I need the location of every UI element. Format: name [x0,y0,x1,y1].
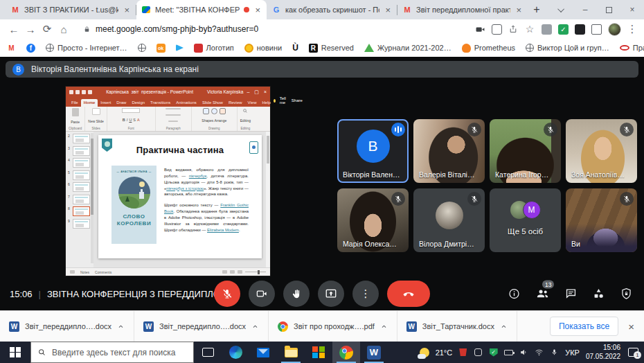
tab-gmail-report[interactable]: M ЗВІТ З ПРАКТИКИ - t.us@kubg.u × [6,0,136,19]
camera-in-use-icon[interactable] [475,24,485,35]
participant-tile-valeriia[interactable]: Валерія Віталі… [413,119,485,183]
ppt-group-editing: Editing Editing [238,107,253,131]
sidebar-icon[interactable] [591,24,602,35]
home-icon[interactable]: ⌂ [55,21,72,37]
tab-gmail-practice[interactable]: M Звіт переддипломної практики × [397,0,528,19]
download-menu-icon[interactable] [251,323,259,330]
ppt-status-bar: Notes Comments [66,267,270,276]
taskbar-edge[interactable] [222,342,249,363]
taskbar-explorer[interactable] [277,342,305,363]
ppt-slide-canvas: Практична частина АНАСТАСІЯ ІЛЬЇНА СЛОВО… [93,132,270,267]
extension-icon[interactable] [542,24,552,35]
profile-avatar[interactable] [608,23,621,36]
taskbar-clock[interactable]: 15:06 07.05.2022 [586,344,620,361]
dark-extension-icon[interactable] [575,24,585,35]
participant-tile-mariia[interactable]: Марія Олекса… [337,188,409,252]
sync-app-icon[interactable] [474,348,483,357]
download-menu-icon[interactable] [500,323,508,330]
bookmark-prosto[interactable]: Просто - Інтернет… [46,44,127,52]
camera-toggle-button[interactable] [249,281,275,307]
download-menu-icon[interactable] [117,323,125,330]
participant-tile-self[interactable]: Ви [566,188,637,252]
participants-button[interactable]: 13 [535,287,550,301]
new-tab-button[interactable]: + [528,1,546,19]
address-bar[interactable]: meet.google.com/smg-phjb-byb?authuser=0 [76,21,471,37]
gmail-favicon: M [10,5,20,15]
bookmark-label: Православные зна… [633,44,644,52]
end-call-button[interactable] [387,281,430,307]
close-button[interactable]: × [620,0,644,19]
raise-hand-button[interactable] [283,281,310,307]
close-downloads-icon[interactable]: × [628,321,634,333]
meeting-details-button[interactable] [508,287,521,301]
battery-icon[interactable] [504,348,513,357]
notification-center-icon[interactable]: 1 [628,348,638,357]
present-screen-button[interactable] [318,281,344,307]
forward-icon[interactable]: → [22,21,39,37]
weather-icon[interactable] [420,348,429,357]
start-button[interactable] [0,342,30,363]
antivirus-icon[interactable] [458,348,467,357]
bookmark-news[interactable]: новини [244,44,282,53]
taskbar-word[interactable]: W [360,342,388,363]
tab-close-icon[interactable]: × [384,5,392,15]
chat-button[interactable] [564,287,578,301]
tab-google-search[interactable]: G как обрезать скриншот - Пошу… × [267,0,397,19]
volume-icon[interactable] [519,348,528,357]
bookmark-orthodox[interactable]: Православные зна… [620,44,644,52]
bookmark-prometheus[interactable]: Prometheus [462,44,515,53]
bookmark-u[interactable]: Ù [292,43,298,53]
host-controls-button[interactable] [620,287,633,301]
task-view-button[interactable] [194,342,222,363]
maximize-button[interactable] [597,0,620,19]
weather-temp[interactable]: 21°C [436,348,453,357]
download-item[interactable]: W Звіт_переддипло….docx [134,311,269,342]
download-menu-icon[interactable] [380,323,388,330]
participant-tile-zoia[interactable]: Зоя Анатоліїв… [566,119,637,183]
bookmark-telegram[interactable] [176,44,184,51]
mic-toggle-button[interactable] [214,281,240,307]
back-icon[interactable]: ← [6,21,22,37]
reload-icon[interactable]: ⟳ [39,21,55,37]
taskbar-chrome[interactable] [332,342,360,363]
tab-search-icon[interactable] [550,0,573,19]
download-item[interactable]: W Звіт_Тартачник.docx [397,311,517,342]
ppt-window-title: Карпінська_звіт_презентація - PowerPoint [96,89,204,94]
bookmark-star-icon[interactable]: ☆ [524,21,535,37]
microphone-icon[interactable] [550,348,559,357]
bookmark-label: Reserved [321,44,354,52]
download-item[interactable]: W Звіт_переддипло….docx [0,311,134,342]
translate-icon[interactable] [492,24,502,35]
bookmark-logotype[interactable]: Логотип [194,44,234,53]
bookmark-reserved[interactable]: RReserved [309,44,354,53]
activities-button[interactable] [592,287,605,301]
taskbar-mail[interactable] [249,342,277,363]
bookmark-journals[interactable]: Журнали 2021-202… [364,44,451,52]
adguard-extension-icon[interactable]: ✓ [558,24,569,35]
tab-close-icon[interactable]: × [515,5,523,15]
tab-close-icon[interactable]: × [123,5,131,15]
tab-meet-active[interactable]: Meet: "ЗВІТНА КОНФЕРЕНЦ… × [136,0,267,19]
defender-icon[interactable]: ✓ [489,348,498,357]
browser-menu-icon[interactable]: ⋮ [627,21,637,37]
more-options-button[interactable]: ⋮ [352,281,379,307]
overflow-tile-more-people[interactable]: М Ще 5 осіб [490,188,561,252]
participant-tile-viktoriia[interactable]: В Вікторія Вален… [337,119,409,183]
minimize-button[interactable]: – [573,0,597,19]
bookmark-facebook[interactable]: f [26,44,35,53]
download-item[interactable]: Звіт про проходж….pdf [269,311,397,342]
language-indicator[interactable]: УКР [565,348,580,357]
share-icon[interactable] [508,24,518,34]
taskbar-search-box[interactable]: Введите здесь текст для поиска [30,342,194,363]
participant-tile-kateryna[interactable]: Катерина Ігор… [490,119,561,183]
bookmark-gmail[interactable]: M [7,44,16,53]
network-icon[interactable] [535,348,544,357]
show-all-downloads-button[interactable]: Показать все [550,317,618,336]
bookmark-odnoklassniki[interactable]: ok [156,44,166,53]
taskbar-store[interactable] [305,342,332,363]
bookmark-site[interactable] [138,44,146,52]
tab-close-icon[interactable]: × [253,5,262,15]
participant-tile-vilora[interactable]: Вілора Дмитрі… [413,188,485,252]
mic-off-icon [467,123,481,136]
bookmark-tsoi[interactable]: Виктор Цой и груп… [526,44,609,52]
